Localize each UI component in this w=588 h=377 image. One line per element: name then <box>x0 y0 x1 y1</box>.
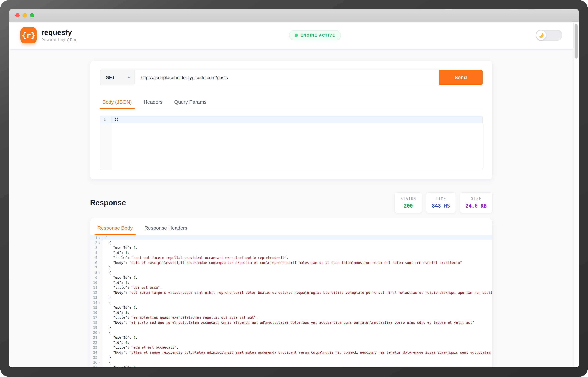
editor-lines: 1{} <box>100 116 483 123</box>
line-number-gutter: 21 <box>90 335 102 340</box>
line-number: 4 <box>90 251 97 255</box>
line-number: 16 <box>90 311 97 315</box>
code-line: 2∨ { <box>90 240 492 245</box>
code-line-content: "userId": 1, <box>102 305 492 310</box>
code-line: 24 "body": "ullam et saepe reiciendis vo… <box>90 350 492 355</box>
line-number-gutter: 26∨ <box>90 360 102 365</box>
line-number: 13 <box>90 295 97 299</box>
code-line-content: "id": 1, <box>102 250 492 255</box>
response-body-viewer[interactable]: 1∨[2∨ {3 "userId": 1,4 "id": 1,5 "title"… <box>90 235 492 367</box>
status-label: STATUS <box>400 197 416 201</box>
fold-chevron-icon[interactable]: ∨ <box>97 236 101 239</box>
code-line: 14∨ { <box>90 300 492 305</box>
line-number: 2 <box>90 241 97 245</box>
request-tabs: Body (JSON) Headers Query Params <box>100 99 483 109</box>
line-number-gutter: 12 <box>90 290 102 295</box>
request-body-editor[interactable]: 1{} <box>100 116 483 170</box>
code-line: 20∨ { <box>90 330 492 335</box>
maximize-window-icon[interactable] <box>30 13 34 17</box>
tab-response-body[interactable]: Response Body <box>97 225 133 235</box>
code-line-content: "body": "et iusto sed quo iure\nvoluptat… <box>102 320 492 325</box>
code-line-content: "id": 2, <box>102 280 492 285</box>
fold-chevron-icon[interactable]: ∨ <box>97 271 101 274</box>
tab-query-params[interactable]: Query Params <box>174 99 207 109</box>
code-line: 18 "body": "et iusto sed quo iure\nvolup… <box>90 320 492 325</box>
line-number-gutter: 27 <box>90 365 102 367</box>
line-number: 9 <box>90 276 97 280</box>
fold-chevron-icon[interactable]: ∨ <box>97 361 101 364</box>
line-number: 11 <box>90 286 97 290</box>
size-value: 24.6 KB <box>466 203 487 209</box>
code-line-content: "id": 4, <box>102 340 492 345</box>
editor-empty-area[interactable] <box>100 123 483 170</box>
url-input[interactable] <box>135 70 439 85</box>
line-number: 3 <box>90 246 97 250</box>
line-number-gutter: 17 <box>90 315 102 320</box>
request-card: GET ∨ Send Body (JSON) Headers Query Par… <box>90 60 493 180</box>
code-line: 9 "userId": 1, <box>90 275 492 280</box>
response-title: Response <box>90 199 126 207</box>
engine-status-label: ENGINE ACTIVE <box>300 33 335 37</box>
powered-brand-link[interactable]: SFer <box>67 38 77 42</box>
code-line-content: "title": "eum et est occaecati", <box>102 345 492 350</box>
line-number: 6 <box>90 261 97 265</box>
status-dot-icon <box>295 34 298 37</box>
fold-chevron-icon[interactable]: ∨ <box>97 301 101 304</box>
titlebar[interactable] <box>9 9 579 22</box>
line-number-gutter: 19 <box>90 325 102 330</box>
tab-headers[interactable]: Headers <box>144 99 163 109</box>
code-line-content: { <box>102 360 492 365</box>
code-line-content: "body": "ullam et saepe reiciendis volup… <box>102 350 492 355</box>
code-line: 7 }, <box>90 265 492 270</box>
line-number: 15 <box>90 306 97 309</box>
line-number-gutter: 24 <box>90 350 102 355</box>
code-line: 1{} <box>100 116 483 123</box>
line-number-gutter: 3 <box>90 245 102 250</box>
fold-chevron-icon[interactable]: ∨ <box>97 331 101 334</box>
scrollbar-thumb[interactable] <box>575 24 578 59</box>
code-line: 8∨ { <box>90 270 492 275</box>
close-window-icon[interactable] <box>15 13 20 17</box>
time-label: TIME <box>432 197 450 201</box>
brand: {r} requesfy Powered by SFer <box>20 27 77 44</box>
line-number-gutter: 25 <box>90 355 102 360</box>
line-number: 22 <box>90 341 97 344</box>
send-button[interactable]: Send <box>439 70 483 85</box>
line-number-gutter: 2∨ <box>90 240 102 245</box>
line-number: 10 <box>90 281 97 284</box>
code-line-content: "userId": 1, <box>102 275 492 280</box>
theme-toggle[interactable] <box>536 30 562 41</box>
time-unit: MS <box>441 203 450 209</box>
line-number-gutter: 20∨ <box>90 330 102 335</box>
size-label: SIZE <box>466 197 487 201</box>
editor-blank[interactable] <box>112 123 483 170</box>
code-line: 13 }, <box>90 295 492 300</box>
line-number: 23 <box>90 345 97 349</box>
code-line: 12 "body": "est rerum tempore vitae\nseq… <box>90 290 492 295</box>
code-line: 11 "title": "qui est esse", <box>90 285 492 290</box>
code-line: 26∨ { <box>90 360 492 365</box>
code-line: 27 "userId": 1, <box>90 365 492 367</box>
method-select[interactable]: GET ∨ <box>100 70 135 85</box>
code-line: 5 "title": "sunt aut facere repellat pro… <box>90 255 492 260</box>
code-line: 3 "userId": 1, <box>90 245 492 250</box>
code-line-content: [ <box>102 235 492 240</box>
method-label: GET <box>105 75 115 80</box>
line-number: 27 <box>90 365 97 367</box>
scrollbar-track[interactable] <box>573 22 579 367</box>
chevron-down-icon: ∨ <box>128 76 131 79</box>
code-line-content: { <box>102 270 492 275</box>
line-number-gutter: 13 <box>90 295 102 300</box>
editor-gutter <box>100 123 112 170</box>
fold-chevron-icon[interactable]: ∨ <box>97 241 101 244</box>
tab-body-json[interactable]: Body (JSON) <box>102 99 132 109</box>
theme-toggle-knob[interactable] <box>536 30 546 40</box>
size-stat-card: SIZE 24.6 KB <box>460 192 493 213</box>
code-line-content: "title": "sunt aut facere repellat provi… <box>102 255 492 260</box>
app-name: requesfy <box>41 29 77 36</box>
minimize-window-icon[interactable] <box>23 13 27 17</box>
tab-response-headers[interactable]: Response Headers <box>145 225 187 235</box>
window-frame: {r} requesfy Powered by SFer ENGINE ACTI… <box>0 0 588 377</box>
time-value: 848 <box>432 203 441 209</box>
app-header: {r} requesfy Powered by SFer ENGINE ACTI… <box>9 22 573 49</box>
